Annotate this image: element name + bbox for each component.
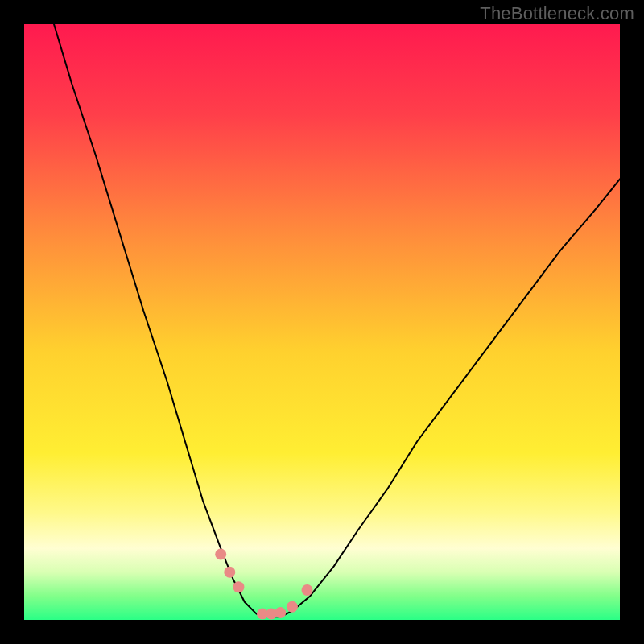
plot-area xyxy=(24,24,620,620)
highlight-dot xyxy=(287,601,298,613)
chart-frame: TheBottleneck.com xyxy=(0,0,644,644)
highlight-dot xyxy=(302,584,313,596)
highlight-dot xyxy=(215,549,226,560)
highlight-dot xyxy=(233,581,244,592)
highlight-dot xyxy=(275,607,286,618)
chart-svg xyxy=(24,24,620,620)
plot-background xyxy=(24,24,620,620)
watermark-label: TheBottleneck.com xyxy=(480,3,634,24)
highlight-dot xyxy=(224,567,235,578)
